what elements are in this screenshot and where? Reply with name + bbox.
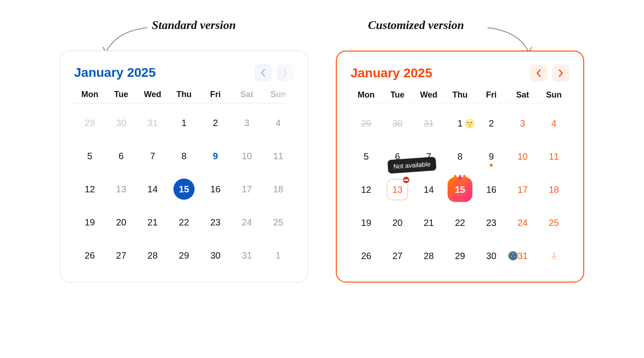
- prev-month-button[interactable]: [530, 64, 547, 82]
- day-cell[interactable]: 31: [413, 107, 444, 140]
- day-cell[interactable]: 29: [444, 239, 476, 272]
- day-cell[interactable]: 28: [413, 239, 444, 272]
- day-cell[interactable]: 12: [351, 173, 382, 206]
- label-standard: Standard version: [152, 18, 236, 32]
- day-number: 4: [276, 118, 281, 128]
- day-number: 29: [361, 118, 371, 129]
- day-cell[interactable]: 19: [351, 206, 382, 239]
- event-dot-icon: [490, 164, 493, 167]
- day-cell[interactable]: 19: [74, 206, 105, 239]
- day-cell[interactable]: 27: [105, 239, 137, 272]
- day-cell[interactable]: 25: [263, 206, 294, 239]
- day-number: 11: [273, 151, 283, 162]
- day-cell[interactable]: 20: [105, 206, 137, 239]
- day-cell[interactable]: 15: [444, 173, 476, 206]
- day-cell[interactable]: 2: [200, 106, 231, 139]
- day-cell[interactable]: 14: [137, 173, 168, 206]
- day-cell[interactable]: 16: [200, 173, 231, 206]
- day-cell[interactable]: 10: [231, 139, 262, 173]
- day-cell[interactable]: 7: [137, 139, 168, 173]
- day-cell[interactable]: 3: [507, 107, 538, 140]
- weekday-label: Thu: [444, 90, 476, 100]
- day-number: 29: [85, 118, 95, 128]
- day-cell[interactable]: 26: [351, 239, 382, 272]
- day-cell[interactable]: 24: [507, 206, 538, 239]
- day-cell[interactable]: 2: [476, 107, 507, 140]
- day-cell[interactable]: 31: [231, 239, 262, 272]
- day-cell[interactable]: 12: [74, 173, 105, 206]
- day-cell[interactable]: 17: [231, 173, 262, 206]
- day-number: 20: [116, 217, 126, 228]
- day-cell[interactable]: 1: [263, 239, 294, 272]
- moon-icon: 🌚: [508, 251, 518, 261]
- weekday-label: Tue: [105, 90, 137, 99]
- day-cell[interactable]: 11: [263, 139, 294, 173]
- day-cell[interactable]: 14: [413, 173, 444, 206]
- day-cell[interactable]: 25: [538, 206, 569, 239]
- day-cell[interactable]: 21: [413, 206, 444, 239]
- day-cell[interactable]: 30: [105, 106, 137, 139]
- day-cell[interactable]: 23: [476, 206, 507, 239]
- day-cell[interactable]: 1🌝: [444, 107, 476, 140]
- day-cell[interactable]: 17: [507, 173, 538, 206]
- day-cell[interactable]: 29: [74, 106, 105, 139]
- day-cell[interactable]: 1: [538, 239, 569, 272]
- day-cell[interactable]: 30: [200, 239, 231, 272]
- day-number: 8: [457, 151, 462, 162]
- day-cell[interactable]: 3: [231, 106, 262, 139]
- day-number: 9: [213, 151, 218, 162]
- day-number: 1: [276, 250, 281, 261]
- day-cell[interactable]: 1: [168, 106, 200, 139]
- day-cell[interactable]: 23: [200, 206, 231, 239]
- weekday-label: Mon: [351, 90, 382, 100]
- day-number: 24: [242, 217, 252, 228]
- day-number: 23: [210, 217, 220, 228]
- day-cell[interactable]: 30: [476, 239, 507, 272]
- day-number: 26: [361, 251, 371, 261]
- day-cell[interactable]: 9: [476, 140, 507, 173]
- prev-month-button[interactable]: [254, 64, 272, 81]
- day-number: 15: [448, 177, 472, 202]
- day-number: 31: [424, 118, 434, 129]
- day-cell[interactable]: 13Not available: [382, 173, 413, 206]
- day-cell[interactable]: 6: [105, 139, 137, 173]
- day-cell[interactable]: 24: [231, 206, 262, 239]
- day-cell[interactable]: 18: [263, 173, 294, 206]
- day-cell[interactable]: 31: [137, 106, 168, 139]
- day-cell[interactable]: 8: [168, 139, 200, 173]
- day-number: 26: [85, 250, 95, 261]
- day-cell[interactable]: 29: [168, 239, 200, 272]
- day-cell[interactable]: 22: [444, 206, 476, 239]
- day-cell[interactable]: 27: [382, 239, 413, 272]
- day-number: 31: [242, 250, 252, 261]
- day-cell[interactable]: 16: [476, 173, 507, 206]
- day-cell[interactable]: 20: [382, 206, 413, 239]
- day-cell[interactable]: 10: [507, 140, 538, 173]
- label-custom: Customized version: [368, 18, 464, 32]
- day-cell[interactable]: 5: [74, 139, 105, 173]
- day-cell[interactable]: 11: [538, 140, 569, 173]
- day-cell[interactable]: 30: [382, 107, 413, 140]
- day-cell[interactable]: 4: [538, 107, 569, 140]
- day-number: 22: [455, 218, 465, 228]
- day-cell[interactable]: 9: [200, 139, 231, 173]
- day-number: 13: [116, 184, 126, 195]
- day-cell[interactable]: 22: [168, 206, 200, 239]
- day-cell[interactable]: 28: [137, 239, 168, 272]
- next-month-button[interactable]: [276, 64, 294, 81]
- day-cell[interactable]: 4: [263, 106, 294, 139]
- day-number: 17: [242, 184, 252, 195]
- day-cell[interactable]: 15: [168, 173, 200, 206]
- day-cell[interactable]: 8: [444, 140, 476, 173]
- day-cell[interactable]: 13: [105, 173, 137, 206]
- day-cell[interactable]: 29: [351, 107, 382, 140]
- next-month-button[interactable]: [552, 64, 569, 82]
- day-cell[interactable]: 5: [351, 140, 382, 173]
- weekday-label: Tue: [382, 90, 413, 100]
- day-number: 1: [457, 118, 462, 129]
- day-cell[interactable]: 26: [74, 239, 105, 272]
- day-cell[interactable]: 31🌚: [507, 239, 538, 272]
- day-number: 28: [148, 250, 158, 261]
- day-cell[interactable]: 18: [538, 173, 569, 206]
- day-cell[interactable]: 21: [137, 206, 168, 239]
